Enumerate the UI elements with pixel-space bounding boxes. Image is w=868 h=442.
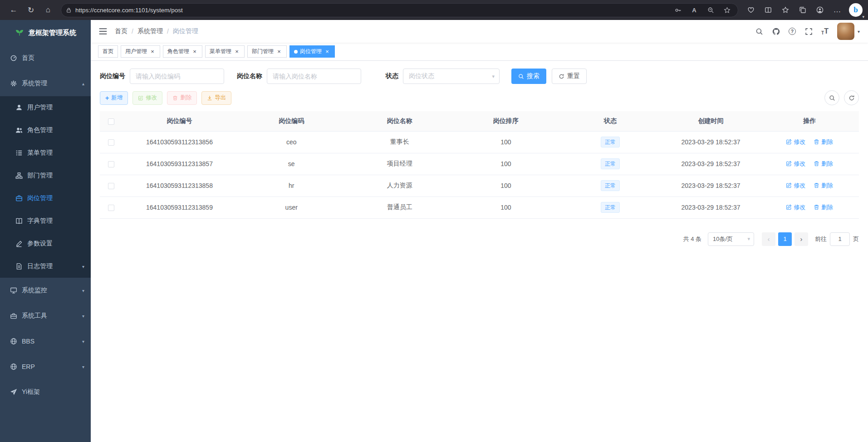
toggle-search-button[interactable] <box>824 90 839 105</box>
cell-post-sort: 100 <box>453 175 559 196</box>
row-edit-link[interactable]: 修改 <box>786 138 805 146</box>
cell-post-id: 1641030593112313856 <box>123 131 236 153</box>
sidebar-item-user-mgmt[interactable]: 用户管理 <box>0 96 91 119</box>
tab-home[interactable]: 首页 <box>98 45 118 58</box>
tab-close-icon[interactable]: × <box>234 49 240 55</box>
table-row: 1641030593112313857 se 项目经理 100 正常 2023-… <box>100 153 859 175</box>
status-select[interactable]: 岗位状态 ▾ <box>403 69 500 84</box>
row-delete-link[interactable]: 删除 <box>814 160 833 168</box>
select-all-checkbox[interactable] <box>108 118 114 125</box>
edit-button[interactable]: 修改 <box>132 91 162 105</box>
row-edit-link[interactable]: 修改 <box>786 182 805 190</box>
tab-close-icon[interactable]: × <box>191 49 198 55</box>
cell-post-name: 普通员工 <box>347 196 453 218</box>
row-delete-link[interactable]: 删除 <box>814 182 833 190</box>
sidebar-item-dept-mgmt[interactable]: 部门管理 <box>0 164 91 187</box>
profile-button[interactable] <box>812 2 828 18</box>
favorites-button[interactable] <box>777 2 794 18</box>
reset-button[interactable]: 重置 <box>552 69 587 84</box>
header-search-icon[interactable] <box>755 27 763 35</box>
cell-post-name: 项目经理 <box>347 153 453 175</box>
tab-close-icon[interactable]: × <box>276 49 282 55</box>
row-delete-link[interactable]: 删除 <box>814 203 833 211</box>
tab-dept-mgmt[interactable]: 部门管理× <box>247 45 287 58</box>
browser-reload-button[interactable]: ↻ <box>23 2 39 18</box>
post-code-input[interactable] <box>130 69 224 84</box>
cell-post-code: hr <box>236 175 347 196</box>
search-button[interactable]: 搜索 <box>511 69 546 84</box>
sidebar-item-label: 部门管理 <box>27 172 53 180</box>
tab-user-mgmt[interactable]: 用户管理× <box>121 45 160 58</box>
sidebar-item-menu-mgmt[interactable]: 菜单管理 <box>0 142 91 164</box>
font-size-icon[interactable]: TT <box>821 27 829 35</box>
read-aloud-icon[interactable]: A <box>688 4 701 16</box>
status-select-placeholder: 岗位状态 <box>409 72 434 80</box>
sidebar-item-post-mgmt[interactable]: 岗位管理 <box>0 187 91 210</box>
sidebar-item-yi-framework[interactable]: Yi框架 <box>0 379 91 405</box>
split-screen-button[interactable] <box>760 2 776 18</box>
goto-label: 前往 <box>815 235 827 243</box>
password-key-icon[interactable] <box>672 4 684 16</box>
tab-post-mgmt[interactable]: 岗位管理× <box>289 45 335 58</box>
avatar-caret-icon[interactable]: ▾ <box>858 29 860 34</box>
breadcrumb-system-mgmt[interactable]: 系统管理 <box>137 27 163 35</box>
sidebar-item-log-mgmt[interactable]: 日志管理▾ <box>0 255 91 278</box>
cell-post-id: 1641030593112313858 <box>123 175 236 196</box>
row-edit-link[interactable]: 修改 <box>786 203 805 211</box>
row-checkbox[interactable] <box>108 205 114 211</box>
zoom-out-icon[interactable] <box>704 4 717 16</box>
sidebar-item-bbs[interactable]: BBS ▾ <box>0 329 91 354</box>
edit-icon <box>786 139 792 145</box>
page-size-select[interactable]: 10条/页 ▾ <box>708 232 754 246</box>
sidebar-item-erp[interactable]: ERP ▾ <box>0 354 91 379</box>
sidebar-item-label: 字典管理 <box>27 217 53 225</box>
add-favorite-star-icon[interactable] <box>721 4 733 16</box>
help-icon[interactable]: ? <box>789 28 796 35</box>
user-avatar[interactable] <box>837 23 854 40</box>
post-table: 岗位编号 岗位编码 岗位名称 岗位排序 状态 创建时间 操作 164103059… <box>100 111 859 219</box>
prev-page-button[interactable]: ‹ <box>762 232 775 246</box>
row-checkbox[interactable] <box>108 183 114 189</box>
sidebar-item-system-tools[interactable]: 系统工具 ▾ <box>0 303 91 329</box>
browser-essentials-button[interactable] <box>743 2 759 18</box>
browser-back-button[interactable]: ← <box>5 2 22 18</box>
github-icon[interactable] <box>772 27 780 35</box>
address-bar[interactable]: https://ccnetcore.com:1101/system/post A <box>61 3 738 17</box>
hamburger-icon[interactable] <box>99 28 108 35</box>
tab-close-icon[interactable]: × <box>149 49 156 55</box>
tab-label: 用户管理 <box>125 48 147 55</box>
row-checkbox[interactable] <box>108 161 114 167</box>
row-checkbox[interactable] <box>108 139 114 146</box>
delete-button[interactable]: 删除 <box>167 91 197 105</box>
next-page-button[interactable]: › <box>794 232 808 246</box>
add-button[interactable]: +新增 <box>100 91 128 105</box>
sidebar-item-dict-mgmt[interactable]: 字典管理 <box>0 210 91 232</box>
row-delete-link[interactable]: 删除 <box>814 138 833 146</box>
tab-label: 首页 <box>103 48 113 55</box>
export-button[interactable]: 导出 <box>201 91 231 105</box>
browser-menu-button[interactable]: … <box>829 2 845 18</box>
globe-icon <box>10 338 17 345</box>
collections-button[interactable] <box>794 2 811 18</box>
browser-home-button[interactable]: ⌂ <box>40 2 56 18</box>
sidebar-item-system-monitor[interactable]: 系统监控 ▾ <box>0 278 91 303</box>
trash-icon <box>814 161 819 167</box>
sidebar-item-home[interactable]: 首页 <box>0 45 91 71</box>
tab-role-mgmt[interactable]: 角色管理× <box>163 45 202 58</box>
sidebar-item-param-settings[interactable]: 参数设置 <box>0 232 91 255</box>
tab-menu-mgmt[interactable]: 菜单管理× <box>205 45 245 58</box>
fullscreen-icon[interactable] <box>804 27 813 35</box>
tab-close-icon[interactable]: × <box>324 49 330 55</box>
refresh-table-button[interactable] <box>844 90 859 105</box>
sidebar-item-role-mgmt[interactable]: 角色管理 <box>0 119 91 142</box>
breadcrumb-home[interactable]: 首页 <box>115 27 128 35</box>
post-name-input[interactable] <box>267 69 361 84</box>
sidebar-item-label: Yi框架 <box>22 388 40 396</box>
tr ash-icon <box>172 95 178 101</box>
row-edit-link[interactable]: 修改 <box>786 160 805 168</box>
bing-copilot-button[interactable]: b ▾ <box>849 3 863 17</box>
page-number-button[interactable]: 1 <box>778 232 792 246</box>
sidebar-item-system-mgmt[interactable]: 系统管理 ▴ <box>0 71 91 96</box>
cell-post-name: 人力资源 <box>347 175 453 196</box>
goto-page-input[interactable] <box>830 232 850 246</box>
